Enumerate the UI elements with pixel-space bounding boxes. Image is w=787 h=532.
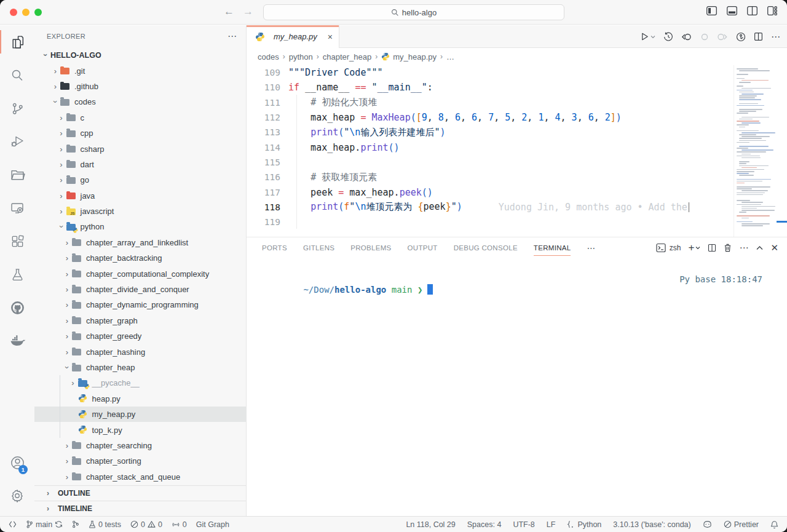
kill-terminal-icon[interactable] [724,244,732,252]
close-panel-icon[interactable]: ✕ [770,242,778,253]
tree-item-my-heap-py[interactable]: ›my_heap.py [34,407,246,422]
tree-item-chapter-greedy[interactable]: ›chapter_greedy [34,328,246,344]
chevron-right-icon[interactable]: › [62,270,72,278]
code-line-112[interactable]: 112 max_heap = MaxHeap([9, 8, 6, 6, 7, 5… [247,110,787,125]
tree-item-cpp[interactable]: ›cpp [34,125,246,141]
gitlens-graph-icon[interactable] [736,32,746,42]
chevron-right-icon[interactable]: › [68,379,78,387]
code-line-110[interactable]: 110if __name__ == "__main__": [247,80,787,95]
tests-indicator[interactable]: 0 tests [89,520,121,529]
activity-explorer-icon[interactable] [0,25,34,58]
breadcrumb-item-codes[interactable]: codes [258,52,279,62]
tree-item-java[interactable]: ›java [34,188,246,204]
activity-open-folder-icon[interactable] [0,158,34,191]
run-python-file-button[interactable] [640,32,655,41]
encoding-setting[interactable]: UTF-8 [513,520,534,529]
tree-item-chapter-graph[interactable]: ›chapter_graph [34,313,246,328]
chevron-down-icon[interactable]: › [57,222,65,232]
tree-item-chapter-sorting[interactable]: ›chapter_sorting [34,453,246,469]
next-change-icon[interactable] [717,33,728,41]
tree-item--git[interactable]: ›.git [34,63,246,78]
panel-tab-debug-console[interactable]: DEBUG CONSOLE [454,237,518,258]
tree-item-chapter-array-and-linkedlist[interactable]: ›chapter_array_and_linkedlist [34,235,246,250]
stage-change-icon[interactable] [700,33,709,41]
tree-item-chapter-hashing[interactable]: ›chapter_hashing [34,344,246,359]
formatter-status[interactable]: Prettier [724,520,759,529]
close-tab-icon[interactable]: × [328,32,333,42]
panel-tab-problems[interactable]: PROBLEMS [350,237,391,258]
tree-item-top-k-py[interactable]: ›top_k.py [34,422,246,437]
chevron-right-icon[interactable]: › [62,332,72,340]
chevron-right-icon[interactable]: › [62,254,72,262]
customize-layout-icon[interactable] [767,6,777,15]
zoom-window-button[interactable] [34,9,42,16]
indentation-setting[interactable]: Spaces: 4 [467,520,502,529]
code-line-114[interactable]: 114 max_heap.print() [247,140,787,154]
toggle-panel-icon[interactable] [727,6,737,15]
panel-tab-output[interactable]: OUTPUT [408,237,438,258]
code-line-109[interactable]: 109"""Driver Code""" [247,65,787,80]
eol-setting[interactable]: LF [547,520,556,529]
toggle-sidebar-icon[interactable] [706,6,717,15]
tree-item-chapter-backtracking[interactable]: ›chapter_backtracking [34,250,246,266]
git-graph-label[interactable]: Git Graph [196,520,229,529]
tree-item-hello-algo[interactable]: ›HELLO-ALGO [34,47,246,63]
tree-item-chapter-stack-and-queue[interactable]: ›chapter_stack_and_queue [34,469,246,485]
tree-item-chapter-heap[interactable]: ›chapter_heap [34,360,246,375]
breadcrumb-item-my-heap-py[interactable]: my_heap.py [381,52,437,62]
tree-item-c[interactable]: ›c [34,110,246,125]
code-line-118[interactable]: 118 print(f"\n堆顶元素为 {peek}") Yudong Jin,… [247,200,787,215]
chevron-right-icon[interactable]: › [50,67,60,75]
sidebar-section-outline[interactable]: ›OUTLINE [34,485,246,501]
tree-item-chapter-computational-complexity[interactable]: ›chapter_computational_complexity [34,266,246,281]
chevron-right-icon[interactable]: › [62,473,72,481]
chevron-right-icon[interactable]: › [57,161,66,169]
activity-docker-icon[interactable] [0,324,34,357]
split-editor-icon[interactable] [754,32,763,41]
tree-item--pycache-[interactable]: ›__pycache__ [34,375,246,391]
command-center-search[interactable]: hello-algo [263,4,564,20]
chevron-right-icon[interactable]: › [62,317,72,325]
tree-item-chapter-dynamic-programming[interactable]: ›chapter_dynamic_programming [34,297,246,312]
python-interpreter[interactable]: 3.10.13 ('base': conda) [613,520,690,529]
code-line-116[interactable]: 116 # 获取堆顶元素 [247,170,787,185]
close-window-button[interactable] [10,9,17,16]
panel-more-actions-icon[interactable]: ⋯ [739,242,749,253]
chevron-right-icon[interactable]: › [57,129,66,137]
split-editor-layout-icon[interactable] [747,6,757,15]
minimize-window-button[interactable] [22,9,30,16]
terminal[interactable]: ~/Dow/hello-algo main ❯ Py base 18:18:47 [247,258,787,516]
chevron-right-icon[interactable]: › [57,145,66,153]
chevron-right-icon[interactable]: › [50,82,60,90]
tree-item-go[interactable]: ›go [34,172,246,188]
chevron-right-icon[interactable]: › [57,207,66,215]
previous-change-icon[interactable] [681,33,692,41]
activity-extensions-icon[interactable] [0,224,34,258]
tree-item-javascript[interactable]: ›javascript [34,204,246,219]
activity-remote-explorer-icon[interactable] [0,191,34,224]
tree-item--github[interactable]: ›.github [34,79,246,94]
navigate-forward-icon[interactable]: → [243,6,253,18]
tree-item-heap-py[interactable]: ›heap.py [34,391,246,407]
tree-item-dart[interactable]: ›dart [34,157,246,172]
explorer-actions-icon[interactable]: ⋯ [227,31,237,42]
activity-testing-icon[interactable] [0,258,34,291]
activity-search-icon[interactable] [0,58,34,92]
code-line-111[interactable]: 111 # 初始化大顶堆 [247,95,787,110]
activity-run-debug-icon[interactable] [0,125,34,158]
code-line-117[interactable]: 117 peek = max_heap.peek() [247,185,787,199]
editor-more-actions-icon[interactable]: ⋯ [771,31,781,42]
panel-tab-ports[interactable]: PORTS [262,237,287,258]
activity-github-icon[interactable] [0,291,34,324]
chevron-right-icon[interactable]: › [62,239,72,247]
chevron-right-icon[interactable]: › [57,176,66,184]
panel-tabs-more-icon[interactable]: ⋯ [587,243,596,253]
activity-accounts-icon[interactable]: 1 [0,446,34,479]
chevron-right-icon[interactable]: › [62,301,72,309]
tree-item-csharp[interactable]: ›csharp [34,141,246,156]
cursor-position[interactable]: Ln 118, Col 29 [406,520,455,529]
panel-tab-gitlens[interactable]: GITLENS [303,237,334,258]
code-line-113[interactable]: 113 print("\n输入列表并建堆后") [247,125,787,140]
activity-settings-icon[interactable] [0,479,34,512]
activity-source-control-icon[interactable] [0,92,34,125]
